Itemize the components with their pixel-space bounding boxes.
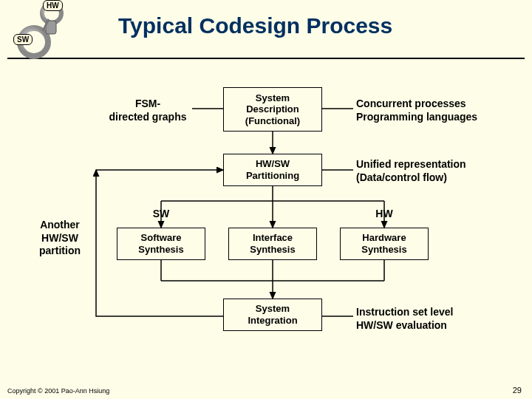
- page-title: Typical Codesign Process: [118, 13, 392, 38]
- label-unified: Unified representation(Data/control flow…: [356, 158, 519, 184]
- sw-tag: SW: [13, 34, 33, 45]
- page-number: 29: [513, 386, 522, 395]
- hw-tag: HW: [43, 0, 63, 11]
- label-another-partition: AnotherHW/SWpartition: [27, 219, 93, 258]
- node-system-description: SystemDescription(Functional): [223, 87, 322, 132]
- node-hwsw-partitioning: HW/SWPartitioning: [223, 154, 322, 186]
- header: Typical Codesign Process HW SW: [7, 0, 525, 59]
- handcuff-graphic: HW SW: [13, 1, 102, 59]
- node-hardware-synthesis: HardwareSynthesis: [340, 228, 429, 260]
- label-instruction-set: Instruction set levelHW/SW evaluation: [356, 306, 519, 332]
- label-fsm: FSM-directed graphs: [103, 98, 192, 123]
- node-system-integration: SystemIntegration: [223, 299, 322, 331]
- label-hw: HW: [364, 208, 405, 221]
- node-software-synthesis: SoftwareSynthesis: [117, 228, 205, 260]
- label-sw: SW: [140, 208, 182, 221]
- label-concurrent: Concurrent processesProgramming language…: [356, 98, 519, 123]
- copyright-text: Copyright © 2001 Pao-Ann Hsiung: [7, 387, 109, 395]
- node-interface-synthesis: InterfaceSynthesis: [228, 228, 317, 260]
- diagram-canvas: SystemDescription(Functional) HW/SWParti…: [0, 59, 532, 377]
